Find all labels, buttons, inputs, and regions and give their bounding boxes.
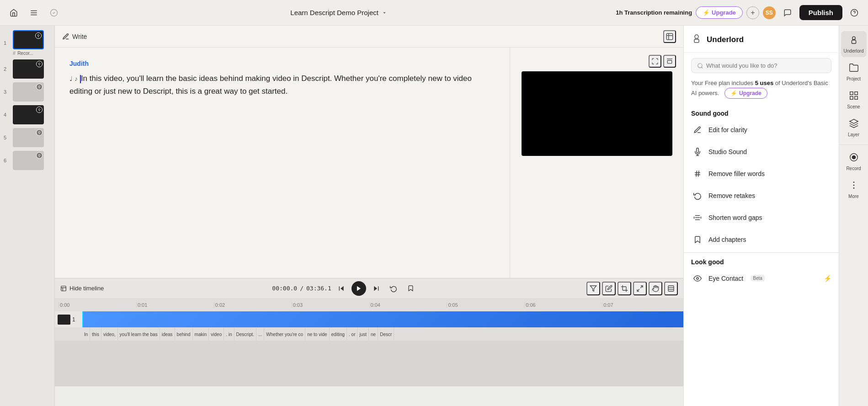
hand-tool-button[interactable]	[649, 282, 662, 295]
clip-thumbnail[interactable]: ⚲	[13, 128, 44, 147]
sidebar-item-underlord[interactable]: Underlord	[841, 31, 867, 57]
home-button[interactable]	[5, 5, 22, 21]
svg-marker-14	[357, 286, 361, 291]
subtitle-word: Whether you're co	[264, 328, 305, 341]
bolt-icon: ⚡	[824, 275, 831, 282]
svg-point-51	[853, 187, 854, 189]
write-label: Write	[72, 33, 87, 40]
music-note-icon: ♩ ♪	[69, 75, 78, 82]
subtitle-word: makin	[193, 328, 209, 341]
speaker-name: Judith	[69, 59, 495, 69]
topbar-right: 1h Transcription remaining ⚡ Upgrade + S…	[616, 5, 863, 21]
track-content[interactable]	[82, 311, 683, 327]
edit-for-clarity-icon	[691, 123, 704, 136]
edit-tool-button[interactable]	[602, 282, 616, 295]
upgrade-pill-button[interactable]: ⚡ Upgrade	[724, 88, 767, 99]
fullscreen-button[interactable]	[649, 55, 661, 68]
topbar: Learn Descript Demo Project 1h Transcrip…	[0, 0, 868, 26]
text-editor[interactable]: Judith ♩ ♪In this video, you'll learn th…	[55, 48, 510, 278]
project-sidebar-icon	[849, 63, 859, 75]
eye-contact-item[interactable]: Eye Contact Beta ⚡	[684, 267, 839, 289]
transcript-text[interactable]: ♩ ♪In this video, you'll learn the basic…	[69, 72, 495, 98]
search-icon: ⚲	[36, 152, 43, 159]
total-time: 03:36.1	[306, 285, 331, 292]
shorten-word-gaps-item[interactable]: Shorten word gaps	[684, 207, 839, 229]
bookmark-button[interactable]	[404, 281, 418, 296]
search-icon: ⚲	[36, 84, 43, 90]
list-item[interactable]: 1 ⚲ # Recor...	[0, 28, 54, 58]
project-title[interactable]: Learn Descript Demo Project	[290, 9, 378, 16]
list-item[interactable]: 4 ⚲	[0, 103, 54, 126]
clip-thumbnail[interactable]: ⚲	[13, 105, 44, 124]
help-button[interactable]	[846, 5, 863, 21]
list-item[interactable]: 6 ⚲	[0, 149, 54, 172]
sidebar-item-layer[interactable]: Layer	[841, 115, 867, 141]
crop-tool-button[interactable]	[618, 282, 631, 295]
sidebar-item-project[interactable]: Project	[841, 59, 867, 85]
play-button[interactable]	[351, 281, 366, 296]
clip-number: 3	[4, 89, 10, 95]
search-icon	[697, 63, 703, 69]
chat-button[interactable]	[779, 5, 796, 21]
remove-filler-words-item[interactable]: Remove filler words	[684, 163, 839, 185]
clip-thumbnail[interactable]: ⚲	[13, 30, 44, 49]
more-options-button[interactable]	[663, 55, 676, 68]
track-inner	[82, 311, 683, 327]
list-item[interactable]: 3 ⚲	[0, 80, 54, 103]
plan-info: Your Free plan includes 5 uses of Underl…	[691, 79, 831, 99]
layout-icon-button[interactable]	[663, 30, 676, 43]
clip-label: Recor...	[17, 51, 33, 56]
track-area[interactable]: 1 In this video, you'll learn the bas	[55, 311, 683, 406]
remove-retakes-item[interactable]: Remove retakes	[684, 185, 839, 207]
underlord-icon	[691, 33, 702, 47]
subtitle-word: Descr	[378, 328, 394, 341]
transcription-info: 1h Transcription remaining	[616, 9, 692, 16]
skip-forward-button[interactable]	[369, 281, 383, 296]
skip-back-button[interactable]	[334, 281, 349, 296]
layout-tool-button[interactable]	[664, 282, 678, 295]
search-box[interactable]	[691, 58, 831, 73]
filter-tool-button[interactable]	[586, 282, 600, 295]
svg-point-50	[853, 185, 854, 186]
underlord-sidebar-icon	[849, 35, 859, 47]
expand-tool-button[interactable]	[633, 282, 647, 295]
sidebar-item-scene[interactable]: Scene	[841, 87, 867, 113]
svg-rect-42	[850, 92, 852, 95]
sidebar-item-more[interactable]: More	[841, 176, 867, 203]
list-item[interactable]: 2 ⚲	[0, 58, 54, 80]
eye-contact-icon	[691, 272, 704, 285]
svg-line-19	[637, 289, 639, 291]
track-row: 1	[55, 311, 683, 328]
look-good-heading: Look good	[684, 255, 839, 267]
save-status-button[interactable]	[46, 5, 62, 21]
clip-thumbnail[interactable]: ⚲	[13, 151, 44, 170]
menu-button[interactable]	[26, 5, 42, 21]
subtitle-word: just	[357, 328, 369, 341]
sidebar-item-record[interactable]: Record	[841, 149, 867, 175]
topbar-left	[5, 5, 62, 21]
subtitle-word: video,	[101, 328, 118, 341]
studio-sound-item[interactable]: Studio Sound	[684, 141, 839, 163]
upgrade-button[interactable]: ⚡ Upgrade	[696, 6, 743, 19]
timeline-area: Hide timeline 00:00.0 / 03:36.1	[55, 278, 683, 406]
write-button[interactable]: Write	[62, 33, 87, 40]
divider	[684, 252, 839, 253]
subtitle-word: this	[90, 328, 101, 341]
track-thumbnail	[58, 315, 70, 325]
add-button[interactable]: +	[746, 6, 759, 19]
clip-thumbnail[interactable]: ⚲	[13, 82, 44, 102]
list-item[interactable]: 5 ⚲	[0, 126, 54, 149]
search-input[interactable]	[706, 62, 825, 69]
clip-number: 4	[4, 112, 10, 118]
clip-thumbnail[interactable]: ⚲	[13, 59, 44, 79]
underlord-header: Underlord	[684, 26, 839, 53]
subtitle-word: In	[82, 328, 90, 341]
refresh-button[interactable]	[386, 281, 401, 296]
edit-for-clarity-item[interactable]: Edit for clarity	[684, 119, 839, 141]
publish-button[interactable]: Publish	[799, 5, 842, 20]
add-chapters-item[interactable]: Add chapters	[684, 229, 839, 251]
svg-point-24	[695, 35, 698, 38]
hide-timeline-label: Hide timeline	[69, 285, 104, 292]
hide-timeline-button[interactable]: Hide timeline	[60, 285, 104, 292]
underlord-panel: Underlord Your Free plan includes 5 uses…	[683, 26, 839, 406]
